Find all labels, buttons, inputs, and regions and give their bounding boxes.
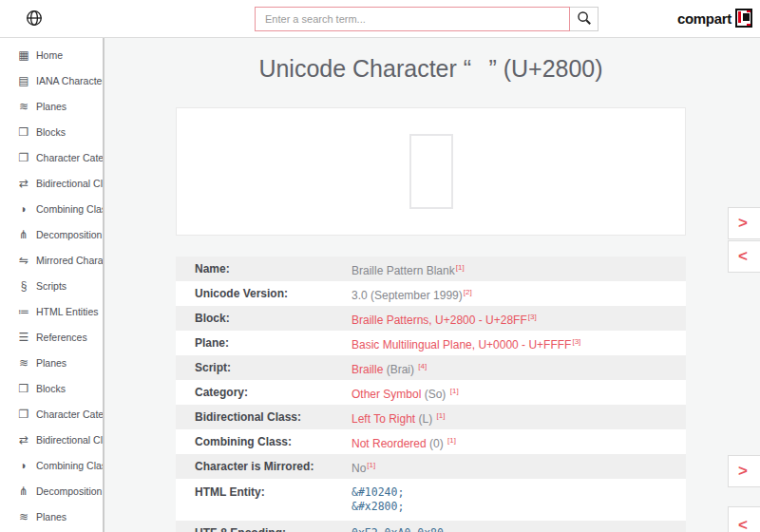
- table-row-name: Name:Braille Pattern Blank[1]: [176, 256, 686, 281]
- value-text: (0): [427, 437, 446, 450]
- footnote-ref-link[interactable]: [3]: [528, 313, 537, 321]
- next-character-button-bottom[interactable]: >: [728, 455, 760, 487]
- sidebar-item-character-categories[interactable]: ❐Character Categories: [0, 401, 103, 427]
- value-text: (Brai): [383, 363, 417, 376]
- sidebar-item-blocks[interactable]: ❒Blocks: [0, 119, 103, 144]
- sidebar-item-iana-character-sets[interactable]: ▤IANA Character Sets: [0, 67, 103, 93]
- planes-icon: ≋: [16, 510, 31, 523]
- row-label: Character is Mirrored:: [176, 460, 352, 473]
- sidebar-item-references[interactable]: ☰References: [0, 324, 103, 350]
- sidebar-item-label: Blocks: [36, 126, 66, 138]
- sidebar-item-label: Mirrored Characters: [36, 255, 104, 266]
- previous-character-button-bottom[interactable]: <: [728, 506, 760, 532]
- sidebar-nav: ▦Home▤IANA Character Sets≋Planes❒Blocks❐…: [0, 38, 104, 532]
- search-input[interactable]: [255, 7, 570, 31]
- table-row-plane: Plane:Basic Multilingual Plane, U+0000 -…: [176, 331, 686, 355]
- table-row-combining-class: Combining Class:Not Reordered (0) [1]: [176, 429, 686, 454]
- sidebar-item-bidirectional-classes[interactable]: ⇄Bidirectional Classes: [0, 170, 103, 196]
- globe-icon[interactable]: [25, 10, 44, 28]
- sidebar-item-label: Combining Classes: [36, 460, 104, 471]
- sidebar-item-html-entities[interactable]: ≔HTML Entities: [0, 298, 103, 324]
- row-label: Combining Class:: [176, 435, 352, 448]
- logo-text: compart: [677, 10, 732, 27]
- main-content: Unicode Character “⠀” (U+2800) Name:Brai…: [104, 38, 760, 532]
- compart-logo[interactable]: compart: [677, 9, 752, 28]
- footnote-ref-link[interactable]: [1]: [367, 461, 375, 469]
- value-link[interactable]: Braille: [352, 363, 383, 376]
- sidebar-item-home[interactable]: ▦Home: [0, 42, 103, 67]
- sidebar-item-label: Scripts: [36, 280, 66, 292]
- value-link[interactable]: Braille Patterns, U+2800 - U+28FF: [352, 314, 527, 327]
- sidebar-item-decomposition[interactable]: ⋔Decomposition: [0, 221, 103, 247]
- sidebar-item-combining-classes[interactable]: ◗Combining Classes: [0, 196, 103, 221]
- row-value: Other Symbol (So) [1]: [352, 384, 686, 402]
- top-header: compart: [0, 0, 760, 38]
- value-link[interactable]: Basic Multilingual Plane, U+0000 - U+FFF…: [352, 338, 571, 352]
- table-row-bidirectional-class: Bidirectional Class:Left To Right (L) [1…: [176, 405, 686, 429]
- sidebar-item-planes[interactable]: ≋Planes: [0, 350, 103, 375]
- sidebar-item-scripts[interactable]: §Scripts: [0, 273, 103, 298]
- sidebar-item-character-categories[interactable]: ❐Character Categories: [0, 144, 103, 170]
- bidirectional-classes-icon: ⇄: [16, 177, 31, 190]
- sidebar-item-planes[interactable]: ≋Planes: [0, 504, 103, 529]
- table-row-character-is-mirrored: Character is Mirrored:No[1]: [176, 454, 686, 479]
- magnifier-icon: [577, 10, 592, 28]
- row-value: 3.0 (September 1999)[2]: [352, 285, 686, 303]
- sidebar-item-label: Decomposition: [36, 229, 102, 240]
- planes-icon: ≋: [16, 100, 31, 113]
- sidebar-item-combining-classes[interactable]: ◗Combining Classes: [0, 452, 103, 478]
- value-text: No: [352, 462, 366, 475]
- sidebar-item-blocks[interactable]: ❒Blocks: [0, 375, 103, 401]
- value-link[interactable]: Left To Right: [352, 412, 415, 426]
- footnote-ref-link[interactable]: [1]: [437, 411, 446, 420]
- search-button[interactable]: [570, 7, 598, 31]
- value-text: 0xE2 0xA0 0x80: [352, 526, 444, 532]
- sidebar-item-label: References: [36, 332, 87, 343]
- table-row-category: Category:Other Symbol (So) [1]: [176, 380, 686, 405]
- code-value: &#10240;: [352, 485, 686, 500]
- character-categories-icon: ❐: [16, 151, 31, 164]
- value-text: 3.0 (September 1999): [352, 289, 463, 302]
- value-link[interactable]: Other Symbol: [352, 388, 421, 401]
- row-value: &#10240;&#x2800;: [352, 479, 686, 514]
- previous-character-button[interactable]: <: [728, 240, 760, 273]
- footnote-ref-link[interactable]: [1]: [450, 387, 459, 395]
- next-character-button[interactable]: >: [728, 207, 760, 239]
- table-row-utf-8-encoding: UTF-8 Encoding:0xE2 0xA0 0x80: [176, 521, 686, 532]
- value-link[interactable]: Not Reordered: [352, 437, 427, 450]
- sidebar-item-planes[interactable]: ≋Planes: [0, 93, 103, 119]
- sidebar-item-label: Home: [36, 49, 63, 61]
- table-row-unicode-version: Unicode Version:3.0 (September 1999)[2]: [176, 281, 686, 306]
- bidirectional-classes-icon: ⇄: [16, 433, 31, 446]
- blocks-icon: ❒: [16, 382, 31, 395]
- sidebar-item-label: IANA Character Sets: [36, 75, 104, 86]
- decomposition-icon: ⋔: [16, 484, 31, 498]
- value-text: (L): [415, 412, 435, 426]
- footnote-ref-link[interactable]: [1]: [456, 263, 465, 272]
- sidebar-item-label: Planes: [36, 511, 66, 522]
- footnote-ref-link[interactable]: [4]: [418, 362, 427, 370]
- value-text: Braille Pattern Blank: [352, 264, 455, 277]
- combining-classes-icon: ◗: [16, 459, 31, 472]
- home-icon: ▦: [16, 48, 31, 62]
- character-display-card: [176, 107, 686, 236]
- character-categories-icon: ❐: [16, 408, 31, 421]
- search-bar: [255, 7, 598, 31]
- row-label: HTML Entity:: [176, 479, 352, 499]
- sidebar-item-label: Blocks: [36, 383, 66, 394]
- row-label: Unicode Version:: [176, 287, 352, 300]
- sidebar-item-label: Planes: [36, 101, 66, 112]
- sidebar-item-label: Planes: [36, 357, 66, 369]
- row-label: Script:: [176, 361, 352, 374]
- sidebar-item-mirrored-characters[interactable]: ⇋Mirrored Characters: [0, 247, 103, 273]
- table-row-html-entity: HTML Entity:&#10240;&#x2800;: [176, 479, 686, 521]
- footnote-ref-link[interactable]: [1]: [447, 436, 456, 445]
- sidebar-item-decomposition[interactable]: ⋔Decomposition: [0, 478, 103, 504]
- row-value: 0xE2 0xA0 0x80: [352, 526, 686, 532]
- footnote-ref-link[interactable]: [2]: [464, 288, 472, 296]
- row-value: Basic Multilingual Plane, U+0000 - U+FFF…: [352, 334, 686, 352]
- sidebar-item-label: Combining Classes: [36, 203, 104, 215]
- code-value: &#x2800;: [352, 500, 686, 514]
- sidebar-item-bidirectional-classes[interactable]: ⇄Bidirectional Classes: [0, 427, 103, 452]
- footnote-ref-link[interactable]: [3]: [572, 337, 580, 346]
